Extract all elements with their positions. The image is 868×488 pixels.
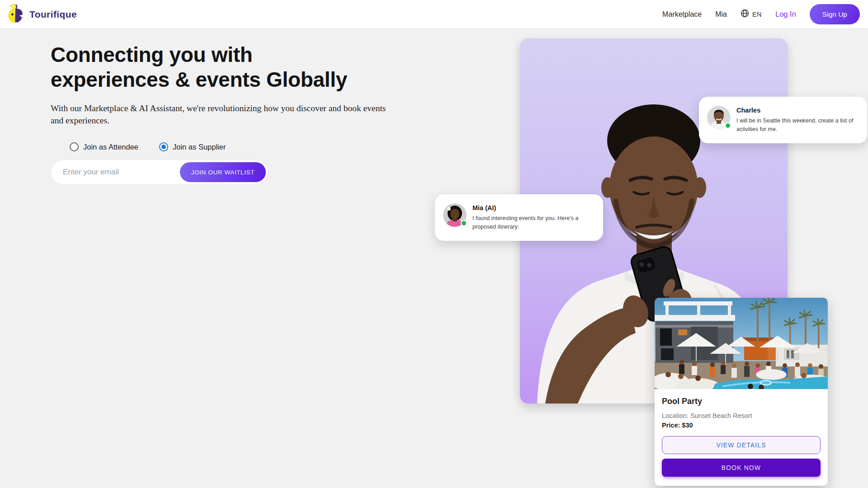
top-navbar: Tourifique Marketplace Mia EN Log In Sig…: [0, 0, 868, 29]
chat-bubble-mia: Mia (AI) I found interesting events for …: [435, 194, 603, 241]
radio-unselected-icon[interactable]: [70, 142, 79, 151]
view-details-button[interactable]: VIEW DETAILS: [662, 436, 821, 454]
hero-title-line2: experiences & events Globally: [51, 67, 408, 92]
waitlist-form: JOIN OUR WAITLIST: [51, 160, 269, 185]
radio-supplier-label: Join as Supplier: [173, 143, 226, 151]
event-price: Price: $30: [662, 422, 821, 429]
radio-option-attendee[interactable]: Join as Attendee: [70, 142, 138, 151]
avatar-charles: [707, 106, 731, 129]
hero-title-line1: Connecting you with: [51, 42, 408, 67]
join-waitlist-button[interactable]: JOIN OUR WAITLIST: [180, 162, 266, 182]
chat-sender-name: Mia (AI): [472, 204, 595, 211]
book-now-button[interactable]: BOOK NOW: [662, 459, 821, 477]
nav-item-marketplace[interactable]: Marketplace: [662, 10, 702, 19]
event-card-pool-party: Pool Party Location: Sunset Beach Resort…: [655, 298, 828, 486]
signup-button[interactable]: Sign Up: [810, 4, 860, 24]
hero-section: Connecting you with experiences & events…: [51, 42, 408, 185]
globe-icon: [741, 9, 749, 19]
hero-title: Connecting you with experiences & events…: [51, 42, 408, 92]
radio-option-supplier[interactable]: Join as Supplier: [159, 142, 226, 151]
brand-name: Tourifique: [29, 9, 77, 20]
event-title: Pool Party: [662, 397, 821, 406]
email-input[interactable]: [51, 160, 191, 184]
radio-attendee-label: Join as Attendee: [83, 143, 138, 151]
chat-message: I found interesting events for you. Here…: [472, 214, 595, 232]
chat-message: I will be in Seattle this weekend, creat…: [736, 117, 859, 134]
nav-item-mia[interactable]: Mia: [715, 10, 727, 19]
nav-links: Marketplace Mia EN Log In Sign Up: [662, 4, 861, 24]
radio-selected-icon[interactable]: [159, 142, 168, 151]
online-status-dot: [461, 220, 467, 226]
hero-subtitle: With our Marketplace & AI Assistant, we'…: [51, 103, 389, 127]
login-link[interactable]: Log In: [775, 10, 796, 19]
event-location: Location: Sunset Beach Resort: [662, 412, 821, 419]
bird-logo-icon: [7, 4, 25, 25]
pool-party-photo: [655, 298, 828, 389]
avatar-mia: [443, 203, 467, 227]
landing-page: Tourifique Marketplace Mia EN Log In Sig…: [0, 0, 868, 488]
online-status-dot: [725, 122, 731, 129]
chat-content: Charles I will be in Seattle this weeken…: [736, 106, 859, 134]
language-selector[interactable]: EN: [741, 9, 762, 19]
chat-sender-name: Charles: [736, 107, 859, 114]
join-role-radio-group: Join as Attendee Join as Supplier: [70, 142, 408, 151]
event-card-body: Pool Party Location: Sunset Beach Resort…: [655, 389, 828, 486]
brand-logo[interactable]: Tourifique: [7, 4, 77, 25]
language-code: EN: [752, 11, 762, 18]
chat-bubble-charles: Charles I will be in Seattle this weeken…: [699, 97, 867, 143]
chat-content: Mia (AI) I found interesting events for …: [472, 203, 595, 232]
